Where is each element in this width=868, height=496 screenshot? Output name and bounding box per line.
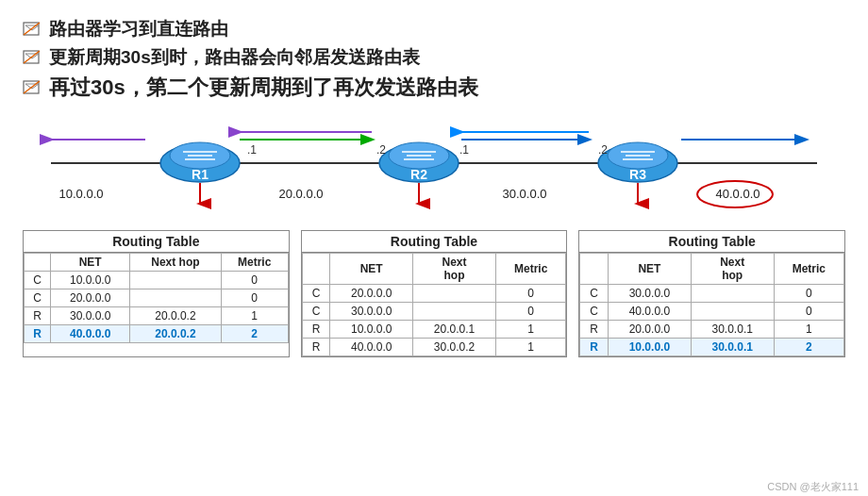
slide: 路由器学习到直连路由 更新周期30s到时，路由器会向邻居发送路由表 再过30s，…	[0, 0, 868, 496]
cell-type: C	[25, 272, 51, 289]
th-type-1	[25, 254, 51, 272]
cell-metric: 0	[774, 303, 843, 321]
svg-text:.1: .1	[247, 143, 257, 157]
svg-line-8	[24, 81, 40, 93]
cell-nexthop	[130, 272, 222, 289]
table-row: C 20.0.0.0 0	[25, 289, 289, 307]
cell-metric: 1	[495, 321, 565, 339]
th-net-3: NET	[608, 254, 691, 285]
cell-metric: 0	[495, 303, 565, 321]
cell-net: 20.0.0.0	[51, 289, 130, 307]
cell-nexthop	[691, 303, 774, 321]
cell-net: 30.0.0.0	[608, 285, 691, 303]
cell-metric: 0	[221, 289, 288, 307]
tables-area: Routing Table NET Next hop Metric C 10.0…	[23, 230, 845, 357]
cell-metric: 1	[774, 321, 843, 339]
cell-net: 40.0.0.0	[51, 325, 130, 343]
svg-line-5	[24, 51, 40, 63]
cell-nexthop: 30.0.0.1	[691, 321, 774, 339]
cell-nexthop: 30.0.0.1	[691, 339, 774, 356]
table-row: C 10.0.0.0 0	[25, 272, 289, 289]
cell-type: C	[580, 303, 609, 321]
cell-metric: 0	[221, 272, 288, 289]
bullet-text-1: 路由器学习到直连路由	[49, 17, 228, 41]
cell-nexthop	[413, 303, 496, 321]
routing-table-title-3: Routing Table	[579, 231, 844, 253]
table-row: R 30.0.0.0 20.0.0.2 1	[25, 307, 289, 325]
routing-table-1: Routing Table NET Next hop Metric C 10.0…	[23, 230, 290, 357]
table-3: NET Nexthop Metric C 30.0.0.0 0 C 40.0.0…	[579, 253, 844, 356]
cell-metric: 1	[221, 307, 288, 325]
cell-type: C	[302, 285, 330, 303]
svg-line-2	[24, 23, 40, 35]
cell-type: C	[302, 303, 330, 321]
th-metric-3: Metric	[774, 254, 843, 285]
cell-type: R	[302, 339, 330, 356]
cell-net: 30.0.0.0	[330, 303, 413, 321]
svg-text:.2: .2	[598, 143, 608, 157]
cell-net: 10.0.0.0	[51, 272, 130, 289]
cell-net: 20.0.0.0	[608, 321, 691, 339]
table-row: R 10.0.0.0 20.0.0.1 1	[302, 321, 566, 339]
table-row: R 20.0.0.0 30.0.0.1 1	[580, 321, 844, 339]
routing-table-title-1: Routing Table	[24, 231, 289, 253]
cell-metric: 0	[774, 285, 843, 303]
table-row-highlight: R 40.0.0.0 20.0.0.2 2	[25, 325, 289, 343]
table-row: C 30.0.0.0 0	[580, 285, 844, 303]
th-nexthop-2: Nexthop	[413, 254, 496, 285]
cell-metric: 2	[774, 339, 843, 356]
routing-table-2: Routing Table NET Nexthop Metric C 20.0.…	[301, 230, 568, 357]
table-2: NET Nexthop Metric C 20.0.0.0 0 C 30.0.0…	[302, 253, 567, 356]
svg-text:30.0.0.0: 30.0.0.0	[503, 187, 547, 201]
table-row: C 20.0.0.0 0	[302, 285, 566, 303]
cell-type: R	[25, 325, 51, 343]
cell-net: 10.0.0.0	[608, 339, 691, 356]
table-row: C 40.0.0.0 0	[580, 303, 844, 321]
cell-nexthop	[130, 289, 222, 307]
th-nexthop-1: Next hop	[130, 254, 222, 272]
svg-text:40.0.0.0: 40.0.0.0	[716, 187, 760, 201]
cell-metric: 2	[221, 325, 288, 343]
bullet-item-3: 再过30s，第二个更新周期到了再次发送路由表	[23, 74, 845, 102]
bullet-icon-1	[23, 21, 43, 38]
cell-nexthop: 20.0.0.2	[130, 307, 222, 325]
cell-nexthop	[691, 285, 774, 303]
svg-text:20.0.0.0: 20.0.0.0	[279, 187, 324, 201]
svg-text:.1: .1	[459, 143, 469, 157]
cell-net: 10.0.0.0	[330, 321, 413, 339]
watermark: CSDN @老火家111	[767, 480, 859, 494]
cell-type: C	[25, 289, 51, 307]
diagram-svg: R1 R2 R3 10.0.0.0 20.0.0.0 30.0.	[23, 111, 845, 223]
cell-type: R	[580, 321, 609, 339]
bullet-icon-2	[23, 49, 43, 66]
svg-text:.2: .2	[376, 143, 386, 157]
bullet-icon-3	[23, 79, 43, 96]
bullet-item-2: 更新周期30s到时，路由器会向邻居发送路由表	[23, 45, 845, 70]
cell-net: 40.0.0.0	[608, 303, 691, 321]
bullet-item-1: 路由器学习到直连路由	[23, 17, 845, 41]
cell-net: 20.0.0.0	[330, 285, 413, 303]
th-net-2: NET	[330, 254, 413, 285]
table-row: C 30.0.0.0 0	[302, 303, 566, 321]
cell-nexthop: 20.0.0.2	[130, 325, 222, 343]
cell-net: 30.0.0.0	[51, 307, 130, 325]
table-row-highlight: R 10.0.0.0 30.0.0.1 2	[580, 339, 844, 356]
bullet-text-2: 更新周期30s到时，路由器会向邻居发送路由表	[49, 45, 420, 70]
th-nexthop-3: Nexthop	[691, 254, 774, 285]
routing-table-title-2: Routing Table	[302, 231, 567, 253]
svg-text:R2: R2	[410, 167, 427, 182]
cell-nexthop: 30.0.0.2	[413, 339, 496, 356]
bullet-list: 路由器学习到直连路由 更新周期30s到时，路由器会向邻居发送路由表 再过30s，…	[23, 17, 845, 102]
th-net-1: NET	[51, 254, 130, 272]
cell-type: C	[580, 285, 609, 303]
cell-type: R	[25, 307, 51, 325]
th-type-2	[302, 254, 330, 285]
th-metric-1: Metric	[221, 254, 288, 272]
svg-text:10.0.0.0: 10.0.0.0	[59, 187, 104, 201]
bullet-text-3: 再过30s，第二个更新周期到了再次发送路由表	[49, 74, 478, 102]
routing-table-3: Routing Table NET Nexthop Metric C 30.0.…	[578, 230, 845, 357]
cell-type: R	[580, 339, 609, 356]
th-type-3	[580, 254, 609, 285]
th-metric-2: Metric	[495, 254, 565, 285]
cell-nexthop	[413, 285, 496, 303]
